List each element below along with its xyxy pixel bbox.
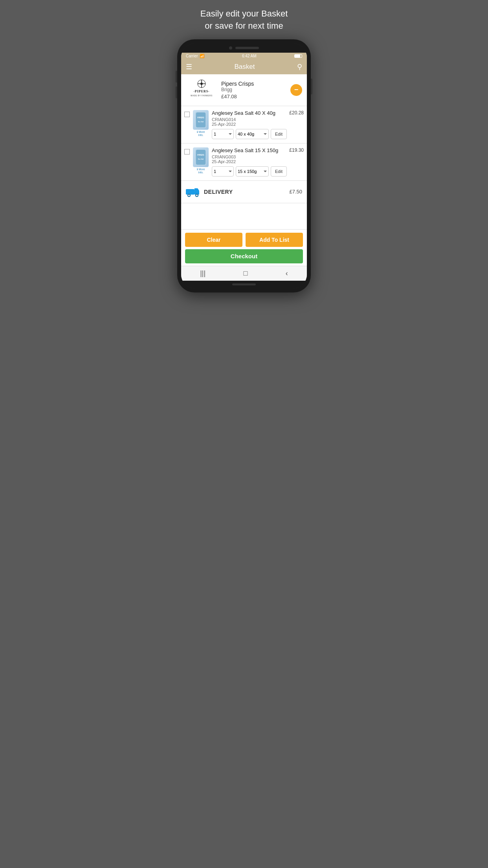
- phone-top-bar: [181, 43, 307, 53]
- content-area: ·PIPERS· MADE BY FARMERS Pipers Crisps B…: [181, 74, 307, 229]
- item-controls-1: 1 2 3 40 x 40g 15 x 150g Edit: [212, 129, 304, 139]
- size-select-1[interactable]: 40 x 40g 15 x 150g: [236, 129, 269, 139]
- header-title: Basket: [235, 63, 255, 71]
- item-details-1: £20.28 Anglesey Sea Salt 40 X 40g CRIANG…: [212, 110, 304, 139]
- screen: Carrier 📶 6:42 AM ☰ Basket ⚲: [181, 53, 307, 281]
- svg-text:MADE BY FARMERS: MADE BY FARMERS: [191, 94, 213, 97]
- brand-price: £47.08: [221, 94, 286, 99]
- edit-button-1[interactable]: Edit: [271, 129, 287, 139]
- item-image-2: PIPERS Sea Salt: [193, 147, 209, 167]
- vol-up-button: [176, 71, 177, 83]
- more-info-2[interactable]: ℹ MoreInfo.: [197, 168, 205, 174]
- add-to-list-button[interactable]: Add To List: [246, 233, 303, 247]
- action-row: Clear Add To List: [185, 233, 303, 247]
- headline-line1: Easily edit your Basket: [200, 9, 288, 18]
- battery-fill: [295, 55, 300, 57]
- delivery-icon: [186, 185, 200, 199]
- item-controls-2: 1 2 3 15 x 150g 40 x 40g Edit: [212, 166, 304, 177]
- item-checkbox-1[interactable]: [184, 112, 190, 117]
- bottom-grille: [232, 283, 256, 285]
- status-time: 6:42 AM: [242, 54, 257, 58]
- checkout-button[interactable]: Checkout: [185, 249, 303, 263]
- svg-text:Sea Salt: Sea Salt: [198, 121, 204, 122]
- delivery-row: DELIVERY £7.50: [181, 181, 307, 203]
- more-info-1[interactable]: ℹ MoreInfo.: [197, 131, 205, 136]
- brand-row: ·PIPERS· MADE BY FARMERS Pipers Crisps B…: [181, 74, 307, 106]
- app-header: ☰ Basket ⚲: [181, 59, 307, 74]
- status-left: Carrier 📶: [186, 54, 204, 58]
- headline: Easily edit your Basket or save for next…: [193, 8, 296, 32]
- nav-recents-icon[interactable]: |||: [200, 269, 205, 278]
- phone-bottom-nav: ||| □ ‹: [181, 266, 307, 281]
- bottom-actions: Clear Add To List Checkout: [181, 229, 307, 266]
- clear-button[interactable]: Clear: [185, 233, 242, 247]
- product-item-1: PIPERS Sea Salt ℹ MoreInfo. £20.28 Angle…: [181, 106, 307, 143]
- qty-select-2[interactable]: 1 2 3: [212, 166, 234, 177]
- svg-text:·PIPERS·: ·PIPERS·: [194, 90, 209, 93]
- item-date-1: 25-Apr-2022: [212, 122, 304, 127]
- item-date-2: 25-Apr-2022: [212, 159, 304, 164]
- svg-text:Sea Salt: Sea Salt: [198, 158, 204, 160]
- item-checkbox-2[interactable]: [184, 149, 190, 154]
- page-wrapper: Easily edit your Basket or save for next…: [163, 8, 325, 292]
- item-price-2: £19.30: [289, 147, 304, 153]
- carrier-text: Carrier: [186, 54, 198, 58]
- size-select-2[interactable]: 15 x 150g 40 x 40g: [236, 166, 269, 177]
- search-icon[interactable]: ⚲: [297, 63, 302, 71]
- brand-location: Brigg: [221, 87, 286, 92]
- remove-brand-button[interactable]: −: [290, 84, 302, 96]
- brand-info: Pipers Crisps Brigg £47.08: [221, 81, 286, 99]
- nav-home-icon[interactable]: □: [244, 269, 248, 278]
- svg-point-5: [200, 83, 203, 85]
- nav-back-icon[interactable]: ‹: [286, 269, 288, 278]
- item-image-1: PIPERS Sea Salt: [193, 110, 209, 130]
- content-spacer: [181, 203, 307, 227]
- phone-shell: Carrier 📶 6:42 AM ☰ Basket ⚲: [177, 39, 311, 292]
- item-image-container-1: PIPERS Sea Salt ℹ MoreInfo.: [192, 110, 209, 136]
- svg-rect-16: [186, 189, 194, 195]
- phone-inner: Carrier 📶 6:42 AM ☰ Basket ⚲: [181, 43, 307, 289]
- product-item-2: PIPERS Sea Salt ℹ MoreInfo. £19.30 Angle…: [181, 143, 307, 181]
- menu-icon[interactable]: ☰: [186, 63, 192, 71]
- power-button: [311, 79, 312, 94]
- item-code-1: CRIANG014: [212, 117, 304, 122]
- phone-bottom-bar: [181, 281, 307, 289]
- status-right: [294, 54, 302, 58]
- wifi-icon: 📶: [200, 54, 204, 58]
- brand-name: Pipers Crisps: [221, 81, 286, 87]
- battery-icon: [294, 54, 302, 58]
- item-image-container-2: PIPERS Sea Salt ℹ MoreInfo.: [192, 147, 209, 174]
- speaker-grille: [235, 47, 259, 49]
- svg-marker-18: [194, 188, 199, 191]
- vol-down-button: [176, 86, 177, 98]
- svg-text:PIPERS: PIPERS: [197, 154, 204, 156]
- qty-select-1[interactable]: 1 2 3: [212, 129, 234, 139]
- headline-line2: or save for next time: [205, 21, 283, 31]
- item-code-2: CRIANG003: [212, 154, 304, 159]
- svg-rect-9: [196, 112, 206, 127]
- camera-dot: [229, 46, 232, 50]
- svg-text:PIPERS: PIPERS: [197, 117, 204, 119]
- pipers-logo: ·PIPERS· MADE BY FARMERS: [186, 79, 217, 101]
- delivery-label: DELIVERY: [204, 189, 285, 195]
- edit-button-2[interactable]: Edit: [271, 166, 287, 177]
- svg-point-20: [188, 195, 190, 196]
- status-bar: Carrier 📶 6:42 AM: [181, 53, 307, 59]
- delivery-price: £7.50: [289, 189, 302, 195]
- brand-logo-container: ·PIPERS· MADE BY FARMERS: [186, 78, 217, 102]
- item-details-2: £19.30 Anglesey Sea Salt 15 X 150g CRIAN…: [212, 147, 304, 177]
- svg-rect-13: [196, 150, 206, 165]
- svg-point-22: [196, 195, 198, 196]
- item-price-1: £20.28: [289, 110, 304, 116]
